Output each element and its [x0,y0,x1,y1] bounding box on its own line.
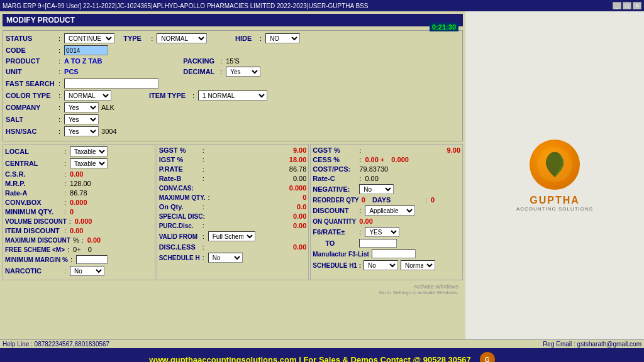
type-label: TYPE [123,35,148,42]
fast-search-input[interactable] [64,79,158,89]
row-color-itemtype: COLOR TYPE : NORMAL ITEM TYPE : 1 NORMAL [6,90,460,101]
company-yes-select[interactable]: Yes No [64,102,99,112]
footer-bar: www.gupthaaccountingsolutions.com | For … [0,348,644,362]
rate-b-label: Rate-B [159,175,200,182]
local-select[interactable]: Taxable [70,146,108,156]
hsn-sac-code: 3004 [101,128,116,135]
code-input[interactable]: 0014 [64,45,108,55]
prate-label: P.RATE [159,165,200,173]
decimal-label: DECIMAL [183,68,218,75]
fast-search-label: FAST SEARCH [6,80,56,87]
row-f6-rate: F6/RATE± : YES NO [313,227,460,237]
salt-label: SALT [6,116,56,123]
minimize-button[interactable]: _ [613,2,621,9]
row-free-scheme: FREE SCHEME <M> : 0+ 0 [5,246,153,253]
min-margin-input[interactable] [76,255,108,264]
to-input[interactable] [359,239,397,248]
on-quantity-value: 0.00 [359,217,372,225]
row-special-disc: SPECIAL DISC: 0.00 [159,212,307,220]
rate-b-value: 0.00 [284,175,306,182]
schedule-h1-label: SCHEDULE H1 : [313,262,361,269]
product-value: A TO Z TAB [64,57,140,65]
f6-rate-select[interactable]: YES NO [365,227,399,237]
color-type-select[interactable]: NORMAL [64,90,111,101]
packing-label: PACKING [183,57,218,65]
narcotic-select[interactable]: No Yes [70,266,104,276]
salt-select[interactable]: Yes No [64,114,99,124]
row-rate-a: Rate-A : 86.78 [5,189,153,197]
rate-a-value: 86.78 [70,189,87,197]
valid-from-label: VALID FROM [159,233,200,240]
hsn-sac-select[interactable]: Yes No [64,126,99,136]
discount-label: DISCOUNT [313,207,357,214]
max-qty-label: MAXIMUM QTY. [159,194,206,201]
footer-logo: G [480,352,495,362]
form-header: MODIFY PRODUCT [3,14,463,26]
item-type-select[interactable]: 1 NORMAL [198,90,267,101]
row-local: LOCAL : Taxable [5,146,153,156]
schedule-h1-select2[interactable]: Normal [401,260,435,270]
row-status-type-hide: STATUS : CONTINUE TYPE : NORMAL HIDE : N… [6,33,460,43]
schedule-h-select[interactable]: No Yes [208,253,243,263]
days-value: 0 [431,196,435,204]
close-button[interactable]: ✕ [633,2,641,9]
maximize-button[interactable]: □ [623,2,631,9]
manufactur-f3-label: Manufactur F3-List [313,251,369,258]
row-prate: P.RATE : 86.78 [159,165,307,173]
row-min-qty: MINIMUM QTY. : 0 [5,208,153,216]
item-discount-label: ITEM DISCOUNT [5,227,62,234]
status-select[interactable]: CONTINUE [64,33,114,43]
windows-watermark: Activate Windows Go to Settings to activ… [379,283,458,295]
row-max-qty: MAXIMUM QTY. : 0 [159,194,307,201]
row-manufactur-f3: Manufactur F3-List [313,250,460,258]
bottom-right-panel: CGST % : 9.00 CESS % : 0.00 + 0.000 COST… [310,144,463,280]
cess-value1: 0.00 + [365,156,384,163]
hide-label: HIDE [235,35,257,42]
manufactur-f3-input[interactable] [372,250,416,258]
discount-select[interactable]: Applicable [365,206,415,216]
days-label: DAYS [372,196,423,204]
item-discount-value: 0.00 [70,227,83,234]
color-type-label: COLOR TYPE [6,92,56,99]
rate-a-label: Rate-A [5,189,62,197]
sgst-value: 9.00 [284,146,306,154]
logo-icon [536,146,574,184]
row-to: TO [313,239,460,248]
row-schedule-h: SCHEDULE H : No Yes [159,253,307,263]
negative-select[interactable]: No Yes [359,184,394,194]
code-label: CODE [6,47,56,54]
company-label: COMPANY [6,104,56,111]
max-qty-value: 0 [284,194,306,201]
csr-value: 0.00 [70,170,83,178]
reorder-qty-value: 0 [362,196,365,204]
conv-box-value: 0.000 [70,199,87,206]
windows-line2: Go to Settings to activate Windows. [379,290,458,295]
company-name: GUPTHA [530,195,580,206]
rate-c-label: Rate-C [313,175,357,182]
row-cgst: CGST % : 9.00 [313,146,460,154]
unit-label: UNIT [6,68,56,75]
max-discount-label: MAXIMUM DISCOUNT [5,237,70,244]
window-controls[interactable]: _ □ ✕ [613,2,641,9]
on-qty-value: 0.0 [284,203,306,211]
packing-value: 15'S [226,57,240,65]
helpline-bar: Help Line : 08782234567,8801830567 Reg E… [0,339,644,348]
bottom-left-panel: LOCAL : Taxable CENTRAL : Taxable C.S.R.… [3,144,155,280]
max-discount-pct: % [73,236,79,244]
free-scheme-label: FREE SCHEME <M> [5,246,65,253]
type-select[interactable]: NORMAL [157,33,207,43]
igst-value: 18.00 [284,156,306,163]
special-disc-value: 0.00 [284,212,306,220]
central-label: CENTRAL [5,160,62,167]
decimal-select[interactable]: Yes No [226,67,260,77]
item-type-label: ITEM TYPE [149,92,190,99]
hide-select[interactable]: NO [265,33,300,43]
igst-label: IGST % [159,156,200,163]
schedule-h1-select1[interactable]: No Yes [364,260,398,270]
row-disc-less: DISC.LESS : 0.00 [159,243,307,251]
cost-pcs-label: COST/PCS: [313,165,357,173]
row-on-quantity: ON QUANTITY 0.00 [313,217,460,225]
valid-from-select[interactable]: Full Scheme [208,231,255,241]
central-select[interactable]: Taxable [70,158,108,168]
row-rate-c: Rate-C : 0.00 [313,175,460,182]
